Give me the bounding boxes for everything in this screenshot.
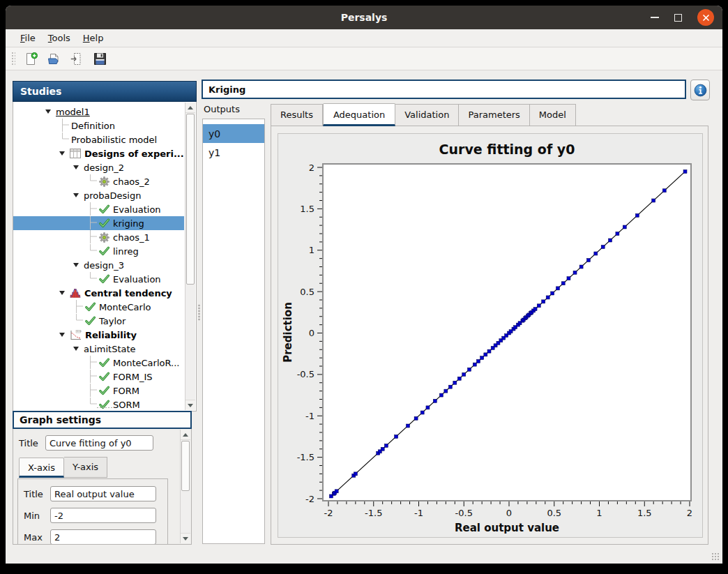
tree-item-evaluation[interactable]: Evaluation (13, 202, 184, 216)
menu-tools[interactable]: Tools (42, 31, 77, 45)
menu-file[interactable]: File (14, 31, 42, 45)
scroll-up-button[interactable] (181, 430, 190, 440)
axis-max-label: Max (24, 532, 50, 543)
tree-branch-line (73, 314, 84, 328)
tree-item-definition[interactable]: Definition (13, 119, 184, 133)
tab-adequation[interactable]: Adequation (323, 103, 395, 126)
tree-item-model1[interactable]: model1 (13, 105, 184, 119)
axis-title-label: Title (24, 489, 50, 499)
tree-item-probabilistic-model[interactable]: Probabilistic model (13, 133, 184, 146)
toolbar (6, 47, 722, 70)
tab-y-axis[interactable]: Y-axis (64, 457, 107, 478)
expander-triangle-icon[interactable] (59, 333, 65, 337)
tree-scrollbar-thumb[interactable] (186, 114, 195, 285)
tree-scrollbar[interactable] (185, 103, 195, 410)
gear-icon (99, 232, 109, 243)
axis-tabs: X-axisY-axis (19, 457, 107, 478)
tab-model[interactable]: Model (530, 104, 576, 126)
axis-min-input[interactable] (50, 508, 156, 523)
tree-item-label: model1 (56, 107, 90, 117)
output-item-y1[interactable]: y1 (203, 143, 264, 162)
vertical-splitter[interactable] (197, 81, 202, 544)
expander-triangle-icon[interactable] (59, 151, 65, 156)
axis-title-input[interactable] (50, 486, 156, 501)
open-study-button[interactable] (44, 49, 64, 68)
graph-settings-header: Graph settings (13, 411, 192, 429)
tree-item-linreg[interactable]: linreg (13, 244, 184, 258)
svg-text:0: 0 (309, 328, 314, 338)
tree-item-evaluation[interactable]: Evaluation (13, 272, 184, 286)
expander-triangle-icon[interactable] (73, 263, 79, 267)
tree-item-label: Evaluation (113, 204, 161, 215)
tree-item-designs-of-experi[interactable]: Designs of experi... (13, 146, 184, 160)
title-bar[interactable]: Persalys (6, 6, 722, 29)
import-script-button[interactable] (67, 49, 87, 68)
close-button[interactable] (697, 9, 714, 26)
axis-max-input[interactable] (50, 529, 156, 545)
tree-branch-line (87, 174, 98, 188)
import-file-icon (70, 52, 84, 66)
tree-item-probadesign[interactable]: probaDesign (13, 188, 184, 202)
graph-title-input[interactable] (45, 435, 153, 451)
tree-item-label: chaos_1 (113, 232, 150, 243)
tree-item-label: FORM_IS (113, 372, 153, 382)
svg-text:Real output value: Real output value (455, 522, 559, 534)
tab-validation[interactable]: Validation (395, 104, 459, 126)
output-item-y0[interactable]: y0 (203, 124, 264, 143)
minimize-button[interactable] (651, 17, 659, 18)
tree-item-form[interactable]: FORM (13, 384, 184, 398)
maximize-button[interactable] (674, 14, 682, 22)
expander-triangle-icon[interactable] (73, 165, 79, 169)
scroll-up-button[interactable] (185, 103, 195, 113)
check-icon (99, 274, 109, 284)
tree-branch-line (87, 216, 98, 230)
tree-item-design-2[interactable]: design_2 (13, 160, 184, 174)
graph-settings-panel: Graph settings Title X-axisY-axis TitleM… (13, 411, 192, 545)
maximize-icon (674, 14, 682, 22)
tree-item-montecarlo[interactable]: MonteCarlo (13, 300, 184, 314)
save-button[interactable] (90, 49, 110, 68)
tree-item-reliability[interactable]: G=0Reliability (13, 328, 184, 342)
tree-item-design-3[interactable]: design_3 (13, 258, 184, 272)
horizontal-splitter[interactable] (13, 405, 197, 410)
info-button[interactable] (690, 80, 710, 100)
graph-settings-body: Title X-axisY-axis TitleMinMax (13, 429, 192, 545)
menu-help[interactable]: Help (77, 31, 110, 45)
tree-item-montecarlor[interactable]: MonteCarloR... (13, 356, 184, 370)
scroll-down-button[interactable] (181, 533, 190, 543)
tree-item-label: aLimitState (84, 344, 136, 354)
model-name-field[interactable]: Kriging (202, 80, 686, 99)
resize-grip[interactable] (711, 552, 720, 561)
tree-item-taylor[interactable]: Taylor (13, 314, 184, 328)
expander-triangle-icon[interactable] (59, 291, 65, 295)
tab-parameters[interactable]: Parameters (459, 104, 529, 126)
tab-x-axis[interactable]: X-axis (19, 458, 64, 478)
outputs-label: Outputs (204, 104, 240, 114)
graph-settings-scrollbar-thumb[interactable] (181, 441, 190, 491)
tree-item-label: MonteCarlo (99, 302, 151, 312)
tree-item-kriging[interactable]: kriging (13, 216, 184, 230)
tree-item-form-is[interactable]: FORM_IS (13, 370, 184, 384)
tree-item-alimitstate[interactable]: aLimitState (13, 342, 184, 356)
app-window: Persalys FileToolsHelp Studies model1Def… (6, 6, 722, 564)
tree-item-central-tendency[interactable]: Central tendency (13, 286, 184, 300)
tree-item-label: Reliability (85, 330, 137, 340)
svg-text:-2: -2 (324, 508, 333, 518)
expander-triangle-icon[interactable] (45, 109, 51, 114)
check-icon (85, 302, 96, 312)
new-study-button[interactable] (21, 49, 41, 68)
check-icon (99, 386, 109, 395)
tree-item-chaos-2[interactable]: chaos_2 (13, 174, 184, 188)
expander-triangle-icon[interactable] (73, 193, 79, 197)
studies-panel-header: Studies (13, 81, 197, 102)
toolbar-drag-handle[interactable] (11, 52, 15, 66)
tree-item-chaos-1[interactable]: chaos_1 (13, 230, 184, 244)
expander-triangle-icon[interactable] (73, 347, 79, 351)
graph-settings-scrollbar[interactable] (180, 430, 190, 543)
svg-text:1.5: 1.5 (637, 508, 652, 518)
tree-item-label: probaDesign (84, 190, 141, 201)
studies-tree: model1DefinitionProbabilistic modelDesig… (13, 105, 184, 411)
tree-item-label: MonteCarloR... (113, 358, 179, 368)
graph-title-label: Title (19, 438, 38, 448)
tab-results[interactable]: Results (271, 104, 323, 126)
